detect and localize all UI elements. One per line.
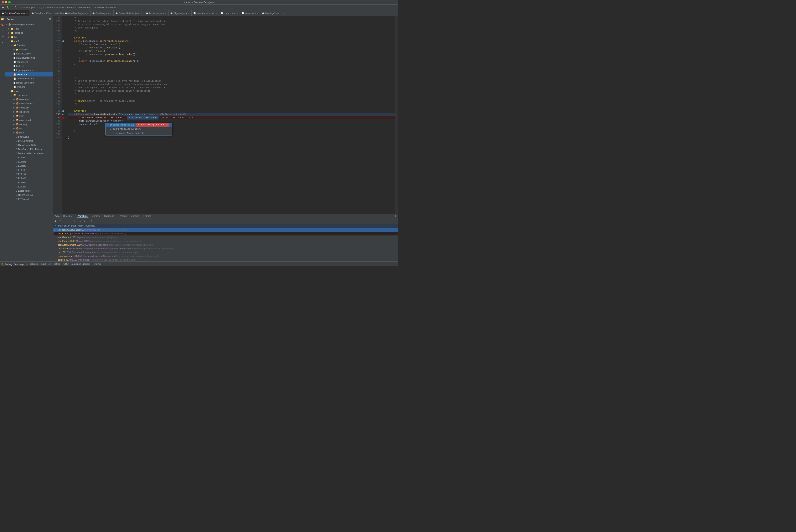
sidebar-item-catalina[interactable]: ▼ 📁 Catalina (5, 43, 53, 48)
sidebar-item-server-xml[interactable]: 📋 server.xml (5, 72, 53, 76)
filter-button[interactable]: ⊟ (89, 219, 93, 223)
sidebar-item-ELTest6[interactable]: C ELTest6 (5, 180, 53, 185)
stack-frame-5[interactable]: next:2784, XMLDocumentFragmentScannerImp… (53, 247, 398, 250)
tab-terminal[interactable]: Terminal (91, 262, 102, 266)
run-to-cursor-button[interactable]: ⇥ (72, 219, 75, 223)
sidebar-item-ClassReaderUtils[interactable]: C ClassReaderUtils (5, 143, 53, 147)
tab-CopyParentClassLoaderRule[interactable]: ☕ CopyParentClassLoaderRule.java ✕ (30, 11, 63, 16)
debug-tab-variables[interactable]: Variables (77, 215, 88, 217)
ac-item-2[interactable]: + , oldParentClassLoader, (106, 127, 172, 131)
step-out-button[interactable]: ↑ (68, 219, 71, 223)
debug-tab-memory[interactable]: Memory (91, 215, 101, 217)
sidebar-item-settings[interactable]: ▶ 📁 .settings (5, 31, 53, 35)
tab-todo[interactable]: TODO (61, 262, 70, 266)
sidebar-settings-icon[interactable]: ⚙ (49, 18, 51, 20)
ac-item-3[interactable]: this.parentClassLoader); (106, 131, 172, 135)
sidebar-item-BasicValue[interactable]: C BasicValue (5, 135, 53, 139)
sidebar-item-filter[interactable]: ▶ 📦 filter (5, 114, 53, 118)
tab-Catalina[interactable]: ☕ Catalina.java ✕ (91, 11, 114, 16)
sidebar-item-pool[interactable]: ▶ 📦 pool (5, 131, 53, 135)
close-icon[interactable]: ✕ (237, 12, 238, 14)
sidebar-item-naming[interactable]: ▶ 📦 naming (5, 122, 53, 126)
sidebar-item-idea[interactable]: ▶ 📁 .idea (5, 26, 53, 31)
sidebar-item-context-xml[interactable]: 📋 context.xml (5, 60, 53, 64)
sidebar-item-hello[interactable]: 📄 hello.txt (5, 64, 53, 68)
sidebar-item-tomcat-users-xsd[interactable]: 📄 tomcat-users.xsd (5, 81, 53, 85)
sidebar-item-localhost[interactable]: ▶ 📁 localhost (5, 48, 53, 52)
close-icon[interactable]: ✕ (87, 12, 89, 14)
stack-frame-7[interactable]: scanDocument:505, XMLDocumentFragmentSca… (53, 254, 398, 258)
build-button[interactable]: 🔨 (13, 5, 18, 10)
sidebar-item-tomcat-users-xml[interactable]: 📋 tomcat-users.xml (5, 76, 53, 81)
minimize-button[interactable] (5, 1, 7, 3)
close-icon[interactable]: ✕ (215, 12, 217, 14)
close-icon[interactable]: ✕ (283, 12, 284, 14)
tab-profiler[interactable]: Profiler (52, 262, 61, 266)
sidebar-tree[interactable]: ▼ 📦 tomcat ~/gitlab/tomcat ▶ 📁 .idea ▶ 📁… (5, 22, 53, 262)
ac-item-1[interactable]: + [StandardHost@1632 "StandardHost[local… (106, 123, 172, 127)
close-icon[interactable]: ✕ (165, 12, 167, 14)
tab-context[interactable]: 📄 context.xml ✕ (219, 11, 240, 16)
tab-sequence-diagram[interactable]: Sequence Diagram (70, 262, 91, 266)
sidebar-item-ELTest[interactable]: C ELTest (5, 155, 53, 159)
sidebar-item-ELTest4[interactable]: C ELTest4 (5, 172, 53, 176)
sidebar-item-web-xml[interactable]: 📋 web.xml (5, 85, 53, 89)
sidebar-item-conf[interactable]: ▼ 📁 conf (5, 39, 53, 43)
evaluate-button[interactable]: ≡ (79, 219, 82, 223)
sidebar-item-DataSourceFiledListener[interactable]: C DataSourceFiledListener (5, 147, 53, 151)
close-icon[interactable]: ✕ (257, 12, 258, 14)
debug-tab-overhead[interactable]: Overhead (103, 215, 115, 217)
sidebar-item-java[interactable]: ▼ 📁 java (5, 89, 53, 93)
close-button[interactable] (2, 1, 4, 3)
stack-frame-3[interactable]: startElement:509, AbstractSAXParser (com… (53, 239, 398, 243)
stack-frame-1[interactable]: begin:72 CopyParentClassLoaderRule (org.… (53, 232, 398, 235)
close-icon[interactable]: ✕ (141, 12, 142, 14)
sidebar-item-ELTest3[interactable]: C ELTest3 (5, 168, 53, 172)
sidebar-item-DatabaseMethodListener[interactable]: C DatabaseMethodListener (5, 151, 53, 155)
code-editor[interactable]: /** * Return the parent class loader (if… (66, 16, 396, 214)
debug-tab-console[interactable]: Console (130, 215, 140, 217)
tab-git[interactable]: Git (47, 262, 52, 266)
step-over-button[interactable]: ↷ (59, 219, 62, 223)
todo-icon[interactable]: ✔ (0, 40, 4, 44)
stack-frame-4[interactable]: scanStartElement:1359, XMLDocumentScanne… (53, 243, 398, 247)
tab-server[interactable]: 📄 server.xml ✕ (240, 11, 260, 16)
sidebar-item-compilerx[interactable]: ▶ 📦 compilerx (5, 106, 53, 110)
sidebar-item-EscapedTest[interactable]: C EscapedTest (5, 189, 53, 193)
sidebar-item-ELTest7[interactable]: C ELTest7 (5, 185, 53, 189)
project-icon[interactable]: 📁 (0, 17, 4, 21)
sidebar-item-logging[interactable]: 📄 logging.properties (5, 68, 53, 72)
tab-problems[interactable]: ⚠ Problems (25, 262, 39, 266)
tab-ContextRuleSet[interactable]: ☕ ContextRuleSet.java ✕ (114, 11, 144, 16)
close-icon[interactable]: ✕ (188, 12, 190, 14)
git-icon[interactable]: ⎇ (0, 35, 4, 39)
sidebar-item-digesterx[interactable]: ▶ 📦 digesterx (5, 110, 53, 114)
tab-HostRuleSet[interactable]: ☕ HostRuleSet.java ✕ (63, 11, 91, 16)
sidebar-item-broadcast[interactable]: ▶ 📦 broadcast (5, 97, 53, 101)
sidebar-item-ELTest1[interactable]: C ELTest1 (5, 159, 53, 164)
sidebar-item-IDTCompile[interactable]: C IDTCompile (5, 197, 53, 201)
code-container[interactable]: 764 765 766 767 768 769 770 771 772 773 … (53, 16, 398, 214)
debug-tab-frames[interactable]: Frames (143, 215, 152, 217)
debug-settings-icon[interactable]: ⚙ (395, 215, 396, 217)
tab-ContainerBase[interactable]: ☕ ContainerBase.java ✕ (0, 11, 30, 16)
sidebar-item-com-luban[interactable]: ▼ 📦 com.luban (5, 93, 53, 97)
stack-frame-6[interactable]: next:602, XMLDocumentScannerImpl (com.su… (53, 250, 398, 254)
sidebar-item-classloadtest[interactable]: ▶ 📦 classloadtest (5, 101, 53, 106)
sidebar-item-HelloWorldTag[interactable]: C HelloWorldTag (5, 193, 53, 197)
resume-button[interactable]: ▶ (54, 219, 58, 223)
stack-frame-2[interactable]: startElement:1261, Digester (org.apache.… (53, 235, 398, 239)
debug-button[interactable]: 🐛 (6, 5, 11, 10)
tab-Digester[interactable]: ☕ Digester.java ✕ (168, 11, 192, 16)
sidebar-item-nio[interactable]: ▶ 📦 nio (5, 126, 53, 131)
run-button[interactable]: ▶ (1, 5, 5, 10)
autocomplete-popup[interactable]: + [StandardHost@1632 "StandardHost[local… (106, 122, 172, 135)
step-into-button[interactable]: ↓ (64, 219, 67, 223)
add-watch-button[interactable]: + (83, 219, 86, 223)
sidebar-item-ELTest5[interactable]: C ELTest5 (5, 176, 53, 180)
maximize-button[interactable] (8, 1, 11, 3)
sidebar-item-ELTest2[interactable]: C ELTest2 (5, 164, 53, 168)
sidebar-item-group-send[interactable]: ▶ 📦 group.send (5, 118, 53, 122)
call-stack[interactable]: ▶ setParentClassLoader:793, ContainerBas… (53, 228, 398, 262)
sidebar-item-bin[interactable]: ▶ 📁 bin (5, 35, 53, 39)
